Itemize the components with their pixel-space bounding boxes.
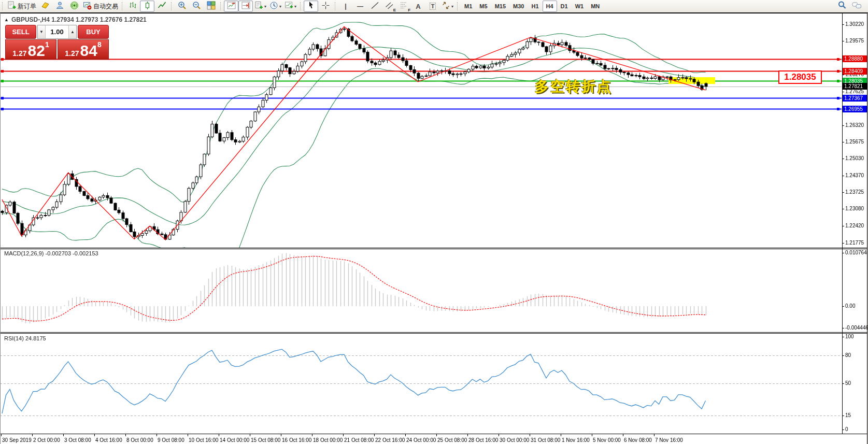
macd-indicator-label: MACD(12,26,9) -0.002703 -0.002153 [4, 250, 98, 256]
market-watch-button[interactable] [52, 1, 67, 12]
chevron-down-icon: ▾ [279, 4, 281, 9]
profiles-button[interactable] [38, 1, 52, 12]
buy-button[interactable]: BUY [78, 25, 109, 39]
buy-price-pip: 8 [97, 40, 102, 49]
chart-shift-button[interactable] [224, 1, 238, 12]
text-label-tool-button[interactable]: T [425, 1, 440, 12]
toolbar-grip [220, 2, 222, 10]
bar-chart-icon [129, 1, 137, 12]
macd-axis-label: -0.004446 [845, 325, 868, 331]
timeframe-button-M1[interactable]: M1 [461, 1, 476, 12]
timeframe-group: M1M5M15M30H1H4D1W1MN [461, 1, 603, 12]
price-badge: 1.27367 [843, 95, 867, 102]
time-axis-label: 2 Oct 00:00 [33, 437, 60, 443]
tile-windows-icon [207, 1, 216, 12]
time-axis-label: 3 Oct 08:00 [64, 437, 91, 443]
sell-button[interactable]: SELL [5, 25, 36, 39]
buy-price-display[interactable]: 1.27 84 8 [58, 39, 109, 60]
chart-shift-icon [227, 1, 236, 12]
channel-icon [385, 1, 394, 12]
rsi-axis-label: 0 [845, 426, 848, 432]
indicators-dropdown-button[interactable]: ▾ [283, 1, 298, 12]
period-dropdown-button[interactable]: ▾ [268, 1, 283, 12]
time-axis-label: 5 Nov 00:00 [593, 437, 621, 443]
price-axis-label: 1.22420 [845, 223, 864, 228]
new-order-button[interactable]: 新订单 [6, 1, 38, 12]
rsi-axis-label: 100 [845, 334, 854, 339]
chart-canvas[interactable] [0, 0, 868, 444]
toolbar-grip [300, 2, 302, 10]
new-order-label: 新订单 [18, 2, 36, 11]
sell-price-display[interactable]: 1.27 82 1 [5, 39, 56, 60]
text-tool-button[interactable]: A [411, 1, 425, 12]
time-axis-label: 6 Nov 08:00 [624, 437, 652, 443]
new-chart-dropdown-button[interactable]: ▾ [253, 1, 268, 12]
new-order-icon [7, 1, 16, 12]
timeframe-button-MN[interactable]: MN [587, 1, 603, 12]
auto-trading-button[interactable]: 自动交易 [81, 1, 120, 12]
turning-point-annotation[interactable]: 多空转折点 [535, 77, 613, 96]
volume-stepper: ▼ 1.00 ▲ [37, 25, 77, 39]
zoom-in-icon [178, 1, 187, 12]
chevron-down-icon: ▾ [451, 4, 453, 9]
price-badge: 1.28409 [843, 68, 867, 75]
zoom-in-button[interactable] [175, 1, 189, 12]
person-icon [55, 1, 64, 12]
toolbar-grip [335, 2, 336, 10]
sell-price-prefix: 1.27 [12, 49, 26, 58]
price-axis-label: 1.21775 [845, 240, 864, 246]
search-icon [837, 1, 847, 12]
bar-chart-mode-button[interactable] [125, 1, 140, 12]
price-axis-label: 1.24370 [845, 173, 864, 178]
arrows-tool-button[interactable]: ▾ [440, 1, 455, 12]
timeframe-button-M15[interactable]: M15 [491, 1, 509, 12]
timeframe-button-M5[interactable]: M5 [476, 1, 491, 12]
time-axis-label: 14 Oct 00:00 [220, 437, 249, 443]
zoom-out-button[interactable] [189, 1, 204, 12]
price-axis-label: 1.25030 [845, 155, 864, 161]
chat-icon [852, 1, 862, 12]
chevron-down-icon: ▾ [264, 4, 266, 9]
toolbar-grip [457, 2, 459, 10]
crosshair-tool-button[interactable] [318, 1, 333, 12]
channel-tool-button[interactable]: E [382, 1, 396, 12]
search-button[interactable] [835, 1, 849, 12]
main-toolbar: 新订单 自动交易 [0, 0, 868, 13]
time-axis-label: 28 Oct 16:00 [468, 437, 498, 443]
chat-button[interactable] [849, 1, 864, 12]
time-axis-label: 18 Oct 00:00 [313, 437, 343, 443]
text-label-icon: T [430, 3, 436, 10]
price-axis-label: 1.23080 [845, 206, 864, 211]
macd-axis-label: 0.010764 [845, 250, 867, 255]
crosshair-icon [321, 1, 330, 12]
timeframe-button-M30[interactable]: M30 [509, 1, 528, 12]
timeframe-button-D1[interactable]: D1 [557, 1, 572, 12]
mt4-terminal: 新订单 自动交易 [0, 0, 868, 444]
auto-trading-label: 自动交易 [93, 2, 118, 11]
volume-decrease-button[interactable]: ▼ [38, 25, 46, 38]
candlestick-mode-button[interactable] [140, 1, 154, 12]
trendline-tool-button[interactable] [367, 1, 382, 12]
line-chart-mode-button[interactable] [154, 1, 169, 12]
timeframe-button-W1[interactable]: W1 [572, 1, 588, 12]
horizontal-line-tool-button[interactable]: — [353, 1, 367, 12]
fibonacci-sub-letter: F [408, 8, 410, 12]
volume-input[interactable]: 1.00 [46, 25, 68, 38]
one-click-trading-panel: SELL ▼ 1.00 ▲ BUY 1.27 82 1 1.27 84 8 [5, 25, 109, 60]
volume-increase-button[interactable]: ▲ [68, 25, 76, 38]
cursor-tool-button[interactable] [304, 1, 318, 12]
chevron-down-icon: ▾ [294, 4, 296, 9]
price-badge: 1.26955 [843, 106, 867, 112]
timeframe-button-H4[interactable]: H4 [543, 1, 557, 12]
vertical-line-tool-button[interactable]: | [338, 1, 353, 12]
price-axis-label: 1.25675 [845, 139, 864, 145]
signals-button[interactable] [67, 1, 81, 12]
price-callout-label[interactable]: 1.28035 [778, 70, 822, 84]
time-axis-label: 21 Oct 08:00 [344, 437, 374, 443]
time-axis-label: 1 Nov 16:00 [562, 437, 590, 443]
tile-windows-button[interactable] [204, 1, 218, 12]
fibonacci-tool-button[interactable]: F [396, 1, 411, 12]
auto-scroll-button[interactable] [238, 1, 253, 12]
collapse-arrow-icon[interactable]: ▲ [4, 17, 9, 22]
timeframe-button-H1[interactable]: H1 [528, 1, 542, 12]
